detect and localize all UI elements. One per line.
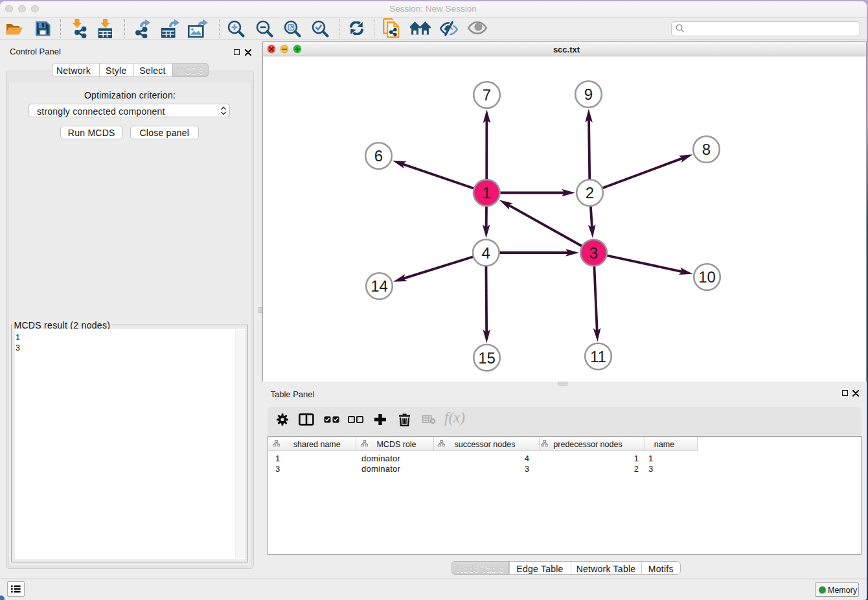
svg-text:10: 10 bbox=[698, 268, 716, 286]
svg-text:9: 9 bbox=[584, 86, 592, 103]
svg-text:8: 8 bbox=[702, 141, 710, 158]
svg-text:2: 2 bbox=[585, 184, 593, 202]
svg-text:15: 15 bbox=[478, 349, 496, 366]
svg-text:7: 7 bbox=[482, 86, 490, 104]
svg-text:11: 11 bbox=[590, 347, 606, 365]
svg-text:1: 1 bbox=[482, 184, 490, 202]
svg-text:6: 6 bbox=[374, 147, 382, 165]
svg-text:14: 14 bbox=[371, 277, 388, 295]
svg-text:4: 4 bbox=[481, 244, 490, 261]
svg-text:3: 3 bbox=[589, 244, 597, 261]
